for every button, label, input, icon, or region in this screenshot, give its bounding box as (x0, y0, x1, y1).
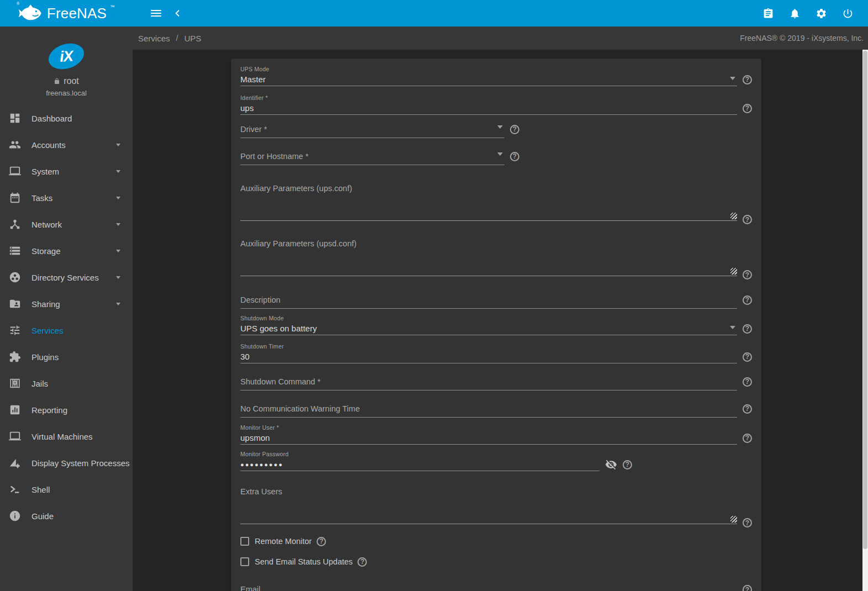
dropdown-arrow-icon (730, 77, 735, 80)
app-header: ® FreeNAS ™ (0, 0, 868, 27)
dropdown-arrow-icon (730, 326, 735, 329)
power-icon (842, 8, 854, 19)
field-monitor-user: Monitor User * upsmon ? (240, 424, 752, 445)
sidebar-item-dashboard[interactable]: Dashboard (0, 105, 133, 131)
help-icon[interactable]: ? (317, 537, 326, 546)
resize-handle-icon[interactable] (730, 268, 737, 275)
gear-icon (816, 8, 827, 19)
field-label: Identifier * (240, 94, 752, 102)
driver-combobox[interactable]: Driver * (240, 120, 504, 138)
task-manager-button[interactable] (762, 0, 774, 27)
help-icon[interactable]: ? (743, 434, 752, 443)
sidebar-item-accounts[interactable]: Accounts (0, 131, 133, 158)
nocomm-warning-input[interactable]: No Communication Warning Time (240, 400, 737, 418)
masked-password: ●●●●●●●●● (240, 461, 283, 468)
port-combobox[interactable]: Port or Hostname * (240, 147, 504, 165)
power-button[interactable] (841, 0, 854, 27)
monitor-password-input[interactable]: ●●●●●●●●● (240, 458, 599, 471)
calendar-icon (8, 191, 22, 204)
trademark: ™ (110, 4, 114, 9)
expand-arrow-icon (116, 303, 120, 305)
remote-monitor-checkbox[interactable] (240, 537, 249, 546)
dropdown-arrow-icon (497, 125, 503, 129)
help-icon[interactable]: ? (743, 270, 752, 279)
help-icon[interactable]: ? (743, 404, 752, 414)
system-processes-icon (8, 456, 22, 469)
sidebar-item-shell[interactable]: Shell (0, 476, 133, 503)
breadcrumb-services[interactable]: Services (138, 34, 170, 43)
scrollbar-thumb[interactable] (863, 51, 867, 549)
content-area: UPS Mode Master ? Identifier * ups ? (133, 50, 868, 591)
settings-button[interactable] (815, 0, 827, 27)
field-label: Shutdown Timer (240, 343, 752, 350)
ups-mode-select[interactable]: Master (240, 73, 737, 86)
field-label: Extra Users (240, 487, 752, 497)
help-icon[interactable]: ? (623, 460, 632, 469)
help-icon[interactable]: ? (743, 585, 752, 591)
field-monitor-password: Monitor Password ●●●●●●●●● ? (240, 451, 752, 471)
toggle-password-visibility-button[interactable] (605, 458, 617, 471)
help-icon[interactable]: ? (510, 152, 519, 161)
help-icon[interactable]: ? (743, 104, 752, 113)
copyright-text: FreeNAS® © 2019 - iXsystems, Inc. (740, 34, 864, 43)
puzzle-icon (8, 350, 22, 363)
sidebar-item-tasks[interactable]: Tasks (0, 184, 133, 211)
ups-config-card: UPS Mode Master ? Identifier * ups ? (231, 59, 761, 591)
send-email-checkbox[interactable] (240, 557, 249, 566)
sidebar-item-virtual-machines[interactable]: Virtual Machines (0, 423, 133, 450)
identifier-input[interactable]: ups (240, 102, 737, 115)
field-send-email-status: Send Email Status Updates ? (240, 556, 752, 568)
shutdown-timer-input[interactable]: 30 (240, 350, 737, 363)
resize-handle-icon[interactable] (730, 213, 737, 219)
email-input[interactable]: Email (240, 583, 737, 591)
sidebar-item-reporting[interactable]: Reporting (0, 397, 133, 423)
help-icon[interactable]: ? (743, 75, 752, 85)
help-icon[interactable]: ? (743, 352, 752, 362)
shutdown-command-input[interactable]: Shutdown Command * (240, 373, 737, 391)
sidebar-item-directory-services[interactable]: Directory Services (0, 264, 133, 291)
aux-ups-conf-textarea[interactable] (240, 193, 737, 221)
field-email: Email ? (240, 583, 752, 591)
sidebar-item-jails[interactable]: Jails (0, 370, 133, 397)
breadcrumb-bar: Services / UPS FreeNAS® © 2019 - iXsyste… (133, 27, 868, 50)
notifications-button[interactable] (788, 0, 801, 27)
sidebar-item-sharing[interactable]: Sharing (0, 291, 133, 317)
collapse-sidenav-button[interactable] (167, 0, 189, 27)
description-input[interactable]: Description (240, 291, 737, 309)
shutdown-mode-select[interactable]: UPS goes on battery (240, 322, 737, 335)
field-label: Auxiliary Parameters (upsd.conf) (240, 239, 752, 249)
aux-upsd-conf-textarea[interactable] (240, 249, 737, 276)
storage-icon (8, 244, 22, 257)
sidebar-item-network[interactable]: Network (0, 211, 133, 238)
lock-icon (54, 77, 60, 85)
field-aux-ups-conf: Auxiliary Parameters (ups.conf) ? (240, 184, 752, 221)
jail-icon (8, 377, 22, 390)
terminal-icon (8, 483, 22, 496)
folder-shared-icon (8, 297, 22, 310)
sidebar-item-services[interactable]: Services (0, 317, 133, 344)
extra-users-textarea[interactable] (240, 497, 737, 524)
help-icon[interactable]: ? (743, 296, 752, 305)
help-icon[interactable]: ? (510, 125, 519, 134)
scrollbar[interactable] (862, 50, 868, 591)
resize-handle-icon[interactable] (730, 516, 737, 523)
menu-button[interactable] (145, 0, 167, 27)
sidebar-item-plugins[interactable]: Plugins (0, 344, 133, 370)
help-icon[interactable]: ? (357, 557, 367, 567)
field-shutdown-command: Shutdown Command * ? (240, 373, 752, 391)
directory-services-icon (8, 271, 22, 284)
expand-arrow-icon (116, 223, 120, 226)
sidebar-item-storage[interactable]: Storage (0, 238, 133, 264)
field-label: Monitor Password (240, 451, 752, 458)
help-icon[interactable]: ? (743, 215, 752, 224)
sidebar-item-system[interactable]: System (0, 158, 133, 184)
help-icon[interactable]: ? (743, 377, 752, 387)
help-icon[interactable]: ? (743, 324, 752, 334)
sidebar-item-display-system-processes[interactable]: Display System Processes (0, 450, 133, 476)
sidebar: iX root freenas.local Dashboard Accounts… (0, 27, 133, 591)
dashboard-icon (8, 112, 22, 125)
monitor-user-input[interactable]: upsmon (240, 431, 737, 445)
field-label: Shutdown Mode (240, 315, 752, 322)
sidebar-item-guide[interactable]: Guide (0, 503, 133, 529)
help-icon[interactable]: ? (743, 518, 752, 527)
